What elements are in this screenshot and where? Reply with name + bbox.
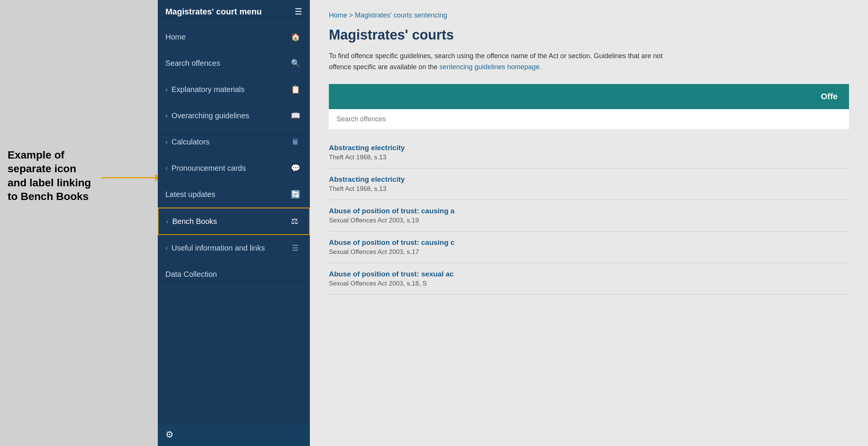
sidebar-title: Magistrates' court menu xyxy=(165,7,262,17)
book-icon: 📖 xyxy=(289,109,302,122)
offence-subtitle: Theft Act 1968, s.13 xyxy=(329,154,849,161)
sidebar-nav: Home 🏠 Search offences 🔍 ‹ Explanatory m… xyxy=(158,24,310,423)
homepage-link[interactable]: sentencing guidelines homepage. xyxy=(440,63,541,71)
menu-icon[interactable]: ☰ xyxy=(295,7,302,17)
offence-title: Abstracting electricity xyxy=(329,144,849,152)
latest-updates-label: Latest updates xyxy=(165,190,215,199)
chevron-icon-explanatory: ‹ xyxy=(165,86,168,94)
breadcrumb-separator: > xyxy=(349,11,355,19)
table-row[interactable]: Abuse of position of trust: causing a Se… xyxy=(329,200,849,232)
offence-subtitle: Theft Act 1968, s.13 xyxy=(329,185,849,193)
annotation-area: Example ofseparate iconand label linking… xyxy=(0,0,158,446)
data-icon xyxy=(289,267,302,281)
chat-icon: 💬 xyxy=(289,161,302,175)
table-row[interactable]: Abuse of position of trust: causing c Se… xyxy=(329,232,849,263)
sidebar-footer: ⚙ xyxy=(158,423,310,446)
sidebar-item-explanatory-materials[interactable]: ‹ Explanatory materials 📋 xyxy=(158,76,310,103)
page-title: Magistrates' courts xyxy=(329,27,849,43)
document-icon: 📋 xyxy=(289,83,302,96)
sidebar-item-data-collection[interactable]: Data Collection xyxy=(158,261,310,287)
sidebar-item-calculators[interactable]: ‹ Calculators 🖩 xyxy=(158,129,310,155)
breadcrumb-home[interactable]: Home xyxy=(329,11,347,19)
chevron-icon-bench-books: ‹ xyxy=(166,217,168,225)
calculators-label: Calculators xyxy=(171,138,209,146)
chevron-icon-pronouncement: ‹ xyxy=(165,164,168,172)
annotation-arrow xyxy=(102,174,161,181)
home-label: Home xyxy=(165,33,186,41)
explanatory-materials-label: Explanatory materials xyxy=(171,85,244,94)
calculator-icon: 🖩 xyxy=(289,135,302,149)
search-section-header: Offe xyxy=(329,84,849,109)
annotation-text: Example ofseparate iconand label linking… xyxy=(8,148,103,204)
table-row[interactable]: Abuse of position of trust: sexual ac Se… xyxy=(329,263,849,295)
chevron-icon-overarching: ‹ xyxy=(165,112,168,120)
search-offences-label: Search offences xyxy=(165,59,220,68)
pronouncement-cards-label: Pronouncement cards xyxy=(171,164,246,173)
sidebar-item-useful-info[interactable]: ‹ Useful information and links ☰ xyxy=(158,235,310,261)
sidebar-item-latest-updates[interactable]: Latest updates 🔄 xyxy=(158,181,310,208)
annotation-box: Example ofseparate iconand label linking… xyxy=(8,148,103,204)
table-row[interactable]: Abstracting electricity Theft Act 1968, … xyxy=(329,137,849,168)
offence-title: Abuse of position of trust: sexual ac xyxy=(329,270,849,278)
offence-subtitle: Sexual Offences Act 2003, s.18, S xyxy=(329,280,849,287)
table-row[interactable]: Abstracting electricity Theft Act 1968, … xyxy=(329,168,849,200)
offence-subtitle: Sexual Offences Act 2003, s.17 xyxy=(329,248,849,256)
breadcrumb-current: Magistrates' courts sentencing xyxy=(355,11,447,19)
chevron-icon-useful-info: ‹ xyxy=(165,244,168,252)
offence-list: Abstracting electricity Theft Act 1968, … xyxy=(329,137,849,295)
chevron-icon-calculators: ‹ xyxy=(165,138,168,146)
bench-books-label: Bench Books xyxy=(172,217,217,226)
search-input-wrapper xyxy=(329,109,849,129)
search-input[interactable] xyxy=(336,115,841,123)
sidebar-item-pronouncement-cards[interactable]: ‹ Pronouncement cards 💬 xyxy=(158,155,310,181)
sidebar-header: Magistrates' court menu ☰ xyxy=(158,0,310,24)
overarching-guidelines-label: Overarching guidelines xyxy=(171,111,249,120)
sidebar-item-bench-books[interactable]: ‹ Bench Books ⚖ xyxy=(158,208,310,235)
offence-title: Abuse of position of trust: causing a xyxy=(329,207,849,215)
gear-icon[interactable]: ⚙ xyxy=(165,429,174,440)
offence-subtitle: Sexual Offences Act 2003, s.19 xyxy=(329,217,849,224)
useful-info-label: Useful information and links xyxy=(171,244,265,252)
home-icon: 🏠 xyxy=(289,30,302,44)
sidebar: Magistrates' court menu ☰ Home 🏠 Search … xyxy=(158,0,310,446)
refresh-icon: 🔄 xyxy=(289,187,302,201)
data-collection-label: Data Collection xyxy=(165,270,217,279)
main-content: Home > Magistrates' courts sentencing Ma… xyxy=(310,0,868,446)
breadcrumb: Home > Magistrates' courts sentencing xyxy=(329,11,849,19)
sidebar-item-search-offences[interactable]: Search offences 🔍 xyxy=(158,50,310,76)
sidebar-item-overarching-guidelines[interactable]: ‹ Overarching guidelines 📖 xyxy=(158,103,310,129)
search-icon: 🔍 xyxy=(289,56,302,70)
sidebar-item-home[interactable]: Home 🏠 xyxy=(158,24,310,50)
list-icon: ☰ xyxy=(289,241,302,255)
page-description: To find offence specific guidelines, sea… xyxy=(329,51,671,73)
offence-title: Abuse of position of trust: causing c xyxy=(329,238,849,247)
offences-label: Offe xyxy=(340,92,838,102)
offence-title: Abstracting electricity xyxy=(329,175,849,184)
gavel-icon: ⚖ xyxy=(288,214,301,228)
